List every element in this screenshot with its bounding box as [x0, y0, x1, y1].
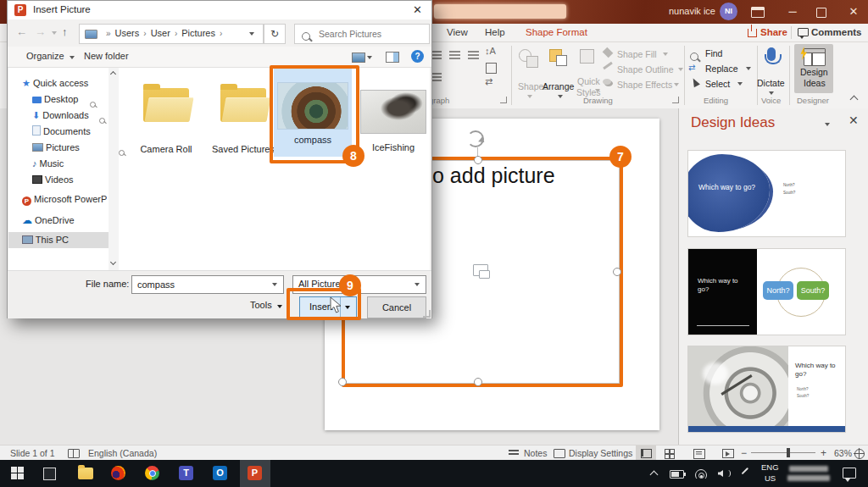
design-thumbnail-3[interactable]: Which way to go? North? South? — [687, 346, 846, 433]
display-settings-button[interactable]: Display Settings — [569, 448, 632, 458]
nav-onedrive[interactable]: ☁ OneDrive — [22, 213, 75, 229]
list-icon[interactable] — [468, 51, 479, 53]
resize-grip[interactable] — [423, 310, 431, 318]
zoom-slider-thumb[interactable] — [787, 448, 790, 457]
shape-fill-button[interactable]: Shape Fill — [617, 49, 657, 59]
breadcrumb-pictures[interactable]: Pictures — [181, 28, 215, 38]
zoom-in-button[interactable]: + — [821, 447, 826, 459]
drawing-dialog-launcher[interactable] — [672, 97, 679, 103]
nav-this-pc[interactable]: This PC — [8, 232, 108, 248]
collapse-ribbon-icon[interactable] — [850, 96, 859, 104]
minimize-button[interactable]: ─ — [780, 0, 805, 24]
clock-date-redacted[interactable] — [787, 475, 830, 481]
zoom-out-button[interactable]: − — [741, 447, 747, 459]
selection-handle-bottom-left[interactable] — [338, 378, 347, 386]
recent-locations-icon[interactable] — [52, 31, 57, 35]
start-button[interactable] — [11, 467, 24, 479]
preview-pane-icon[interactable] — [386, 52, 399, 63]
text-direction-icon[interactable]: ↕A — [485, 46, 496, 56]
zoom-slider-track[interactable] — [751, 452, 815, 453]
design-thumbnail-2[interactable]: Which way to go? North? South? — [687, 248, 846, 335]
battery-icon[interactable] — [670, 470, 684, 479]
dictate-button[interactable]: Dictate — [757, 78, 785, 88]
refresh-button[interactable]: ↻ — [264, 24, 286, 44]
wifi-icon[interactable] — [695, 469, 707, 479]
fit-to-window-icon[interactable] — [854, 449, 865, 459]
paragraph-dialog-launcher[interactable] — [500, 97, 507, 103]
tab-help[interactable]: Help — [485, 27, 505, 37]
restore-button[interactable] — [816, 8, 826, 18]
slideshow-button[interactable] — [722, 449, 734, 458]
tray-expand-icon[interactable] — [650, 471, 659, 479]
breadcrumb-users[interactable]: Users — [115, 28, 140, 38]
file-camera-roll[interactable]: Camera Roll — [129, 76, 203, 212]
language-indicator-line1[interactable]: ENG — [761, 462, 779, 472]
shape-effects-button[interactable]: Shape Effects — [617, 80, 672, 90]
volume-icon[interactable] — [718, 470, 723, 477]
address-bar[interactable]: »Users›User›Pictures› — [79, 24, 264, 44]
panel-menu-icon[interactable] — [825, 123, 830, 126]
design-ideas-button[interactable]: Design Ideas — [794, 44, 833, 93]
file-explorer-icon[interactable] — [78, 468, 93, 479]
nav-quick-access[interactable]: ★ Quick access — [22, 75, 88, 91]
firefox-icon[interactable] — [111, 466, 125, 480]
search-box[interactable] — [294, 24, 430, 44]
file-icefishing[interactable]: IceFishing — [358, 76, 429, 212]
dialog-close-icon[interactable]: ✕ — [413, 3, 422, 16]
organize-button[interactable]: Organize — [26, 51, 75, 61]
ribbon-display-options-icon[interactable] — [751, 7, 765, 18]
find-button[interactable]: Find — [705, 48, 722, 58]
sidebar-scrollbar[interactable] — [108, 68, 119, 270]
share-button[interactable]: Share — [760, 27, 787, 37]
language-status[interactable]: English (Canada) — [88, 448, 157, 458]
views-icon[interactable] — [352, 53, 365, 63]
nav-music[interactable]: ♪ Music — [32, 156, 64, 172]
teams-icon[interactable]: T — [179, 466, 193, 480]
up-button[interactable]: ↑ — [62, 25, 68, 38]
chrome-icon[interactable] — [145, 466, 159, 480]
align-text-icon[interactable] — [486, 63, 497, 74]
pen-icon[interactable] — [742, 468, 749, 475]
tab-shape-format[interactable]: Shape Format — [526, 27, 587, 37]
avatar[interactable]: NI — [720, 3, 737, 20]
notes-button[interactable]: Notes — [524, 448, 547, 458]
new-folder-button[interactable]: New folder — [84, 51, 129, 61]
close-window-button[interactable]: ✕ — [841, 0, 866, 24]
quick-styles-button[interactable]: Quick — [577, 76, 600, 86]
views-dropdown-icon[interactable] — [367, 56, 372, 59]
nav-desktop[interactable]: Desktop — [32, 91, 78, 108]
tab-view[interactable]: View — [447, 27, 468, 37]
view-slide-sorter-button[interactable] — [665, 449, 673, 457]
nav-pictures[interactable]: Pictures — [32, 140, 80, 156]
panel-close-icon[interactable]: ✕ — [849, 113, 859, 127]
file-name-dropdown-icon[interactable] — [272, 283, 277, 286]
arrange-button[interactable]: Arrange — [542, 81, 574, 91]
outlook-icon[interactable]: O — [213, 466, 227, 480]
zoom-level[interactable]: 63% — [834, 448, 852, 458]
nav-downloads[interactable]: ⬇ Downloads — [32, 108, 89, 124]
breadcrumb-user[interactable]: User — [151, 28, 170, 38]
selection-handle-bottom[interactable] — [474, 378, 482, 386]
back-button[interactable]: ← — [16, 25, 27, 38]
select-button[interactable]: Select — [705, 79, 730, 89]
shape-outline-button[interactable]: Shape Outline — [617, 64, 674, 75]
file-type-dropdown-icon[interactable] — [415, 283, 420, 286]
file-name-combobox[interactable] — [131, 275, 284, 294]
search-input[interactable] — [317, 26, 426, 42]
nav-videos[interactable]: Videos — [32, 172, 74, 188]
cancel-button[interactable]: Cancel — [367, 296, 426, 318]
selection-handle-right[interactable] — [613, 268, 621, 276]
replace-button[interactable]: Replace — [705, 64, 738, 74]
view-reading-button[interactable] — [693, 449, 705, 459]
indent-icon[interactable] — [449, 51, 460, 53]
design-thumbnail-1[interactable]: Which way to go? North? South? — [687, 150, 846, 237]
nav-microsoft-powerpoint[interactable]: P Microsoft PowerPo — [22, 191, 107, 208]
smartart-icon[interactable]: ⇄ — [485, 76, 492, 87]
clock-time-redacted[interactable] — [789, 466, 828, 472]
tools-button[interactable]: Tools — [250, 300, 282, 310]
forward-button[interactable]: → — [35, 25, 46, 38]
selection-handle-top[interactable] — [474, 156, 482, 164]
accessibility-icon[interactable] — [68, 449, 80, 458]
task-view-button[interactable] — [43, 468, 56, 480]
file-name-input[interactable] — [136, 278, 266, 291]
